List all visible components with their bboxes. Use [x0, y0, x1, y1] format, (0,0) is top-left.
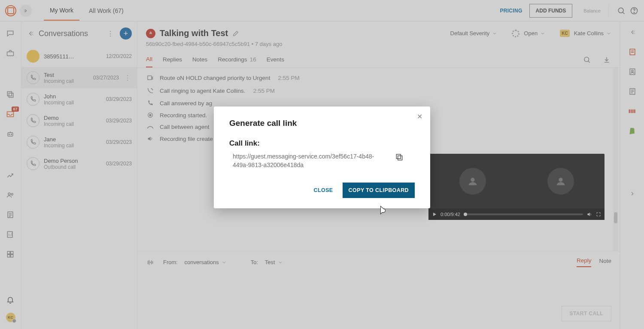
svg-rect-33	[398, 156, 402, 160]
close-button[interactable]: CLOSE	[311, 184, 336, 197]
call-link-text: https://guest.messaging-service.com/3ef5…	[229, 152, 388, 170]
modal-title: Generate call link	[229, 119, 415, 128]
generate-call-link-modal: ✕ Generate call link Call link: https://…	[214, 107, 430, 208]
copy-icon[interactable]	[395, 153, 404, 161]
modal-close-icon[interactable]: ✕	[417, 113, 422, 121]
copy-to-clipboard-button[interactable]: COPY TO CLIPBOARD	[343, 183, 415, 198]
svg-rect-32	[396, 154, 401, 158]
modal-subtitle: Call link:	[229, 139, 415, 148]
modal-scrim[interactable]: ✕ Generate call link Call link: https://…	[0, 0, 644, 329]
